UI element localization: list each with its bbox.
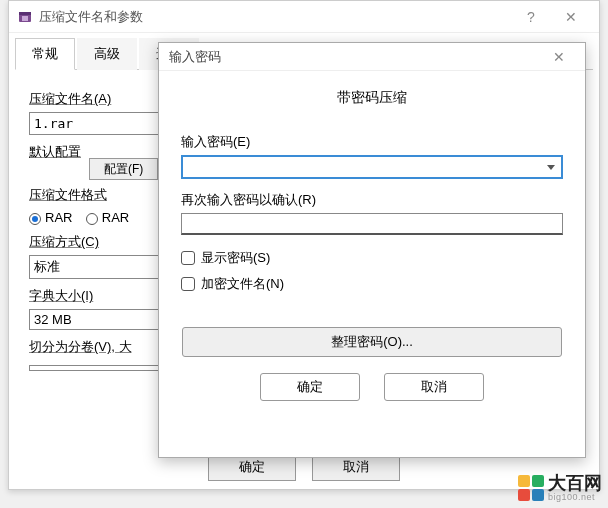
- radio-icon: [86, 213, 98, 225]
- tab-advanced[interactable]: 高级: [77, 38, 137, 70]
- checkbox-icon: [181, 251, 195, 265]
- watermark-logo-icon: [518, 475, 544, 501]
- svg-rect-2: [22, 16, 28, 21]
- winrar-icon: [17, 9, 33, 25]
- checkbox-icon: [181, 277, 195, 291]
- show-password-label: 显示密码(S): [201, 249, 270, 267]
- modal-close-button[interactable]: ✕: [543, 49, 575, 65]
- modal-titlebar: 输入密码 ✕: [159, 43, 585, 71]
- watermark: 大百网 big100.net: [518, 474, 602, 502]
- dict-select[interactable]: 32 MB: [29, 309, 169, 330]
- modal-title: 输入密码: [169, 48, 543, 66]
- password-dialog: 输入密码 ✕ 带密码压缩 输入密码(E) 再次输入密码以确认(R) 显示密码(S…: [158, 42, 586, 458]
- modal-footer: 确定 取消: [181, 373, 563, 401]
- radio-checked-icon: [29, 213, 41, 225]
- method-select[interactable]: 标准: [29, 255, 169, 279]
- show-password-checkbox[interactable]: 显示密码(S): [181, 249, 563, 267]
- profile-config-button[interactable]: 配置(F): [89, 158, 158, 180]
- watermark-domain: big100.net: [548, 492, 602, 502]
- main-titlebar: 压缩文件名和参数 ? ✕: [9, 1, 599, 33]
- organize-passwords-button[interactable]: 整理密码(O)...: [182, 327, 562, 357]
- filename-input[interactable]: 1.rar: [29, 112, 169, 135]
- svg-rect-1: [19, 12, 31, 15]
- split-select[interactable]: [29, 365, 169, 371]
- modal-body: 输入密码(E) 再次输入密码以确认(R) 显示密码(S) 加密文件名(N) 整理…: [159, 117, 585, 405]
- encrypt-names-checkbox[interactable]: 加密文件名(N): [181, 275, 563, 293]
- password-label: 输入密码(E): [181, 133, 563, 151]
- password-input[interactable]: [181, 155, 563, 179]
- format-label: 压缩文件格式: [29, 187, 107, 202]
- confirm-label: 再次输入密码以确认(R): [181, 191, 563, 209]
- close-button[interactable]: ✕: [551, 3, 591, 31]
- modal-heading: 带密码压缩: [159, 71, 585, 117]
- main-window-title: 压缩文件名和参数: [39, 8, 511, 26]
- format-rar5-radio[interactable]: RAR: [86, 210, 129, 225]
- modal-cancel-button[interactable]: 取消: [384, 373, 484, 401]
- help-button[interactable]: ?: [511, 3, 551, 31]
- profile-label: 默认配置: [29, 144, 81, 159]
- modal-ok-button[interactable]: 确定: [260, 373, 360, 401]
- confirm-password-input[interactable]: [181, 213, 563, 235]
- tab-general[interactable]: 常规: [15, 38, 75, 70]
- watermark-brand: 大百网: [548, 474, 602, 492]
- encrypt-names-label: 加密文件名(N): [201, 275, 284, 293]
- format-rar-radio[interactable]: RAR: [29, 210, 72, 225]
